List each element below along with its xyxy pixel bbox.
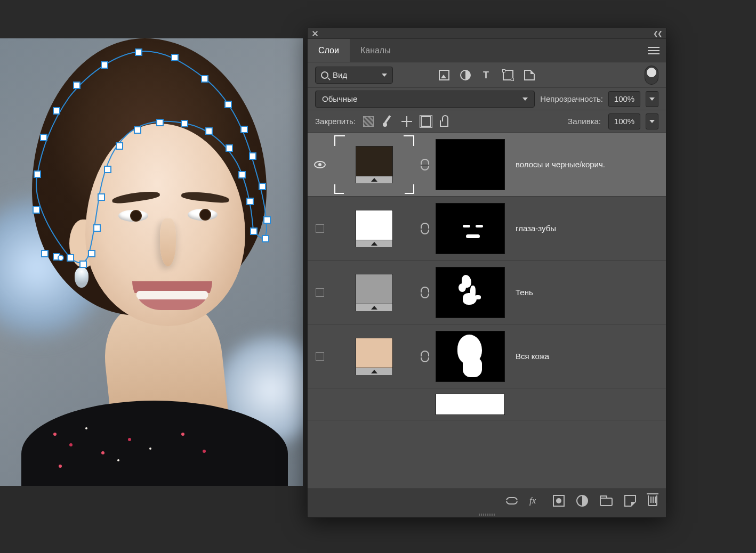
visibility-empty xyxy=(316,352,324,361)
filter-image-icon[interactable] xyxy=(439,70,449,80)
portrait-eye xyxy=(118,210,148,222)
tab-channels[interactable]: Каналы xyxy=(350,39,401,62)
filter-icons xyxy=(439,70,535,80)
adj-icon[interactable] xyxy=(576,495,588,507)
layer-row[interactable]: глаза-зубы xyxy=(308,197,666,261)
search-icon xyxy=(321,71,328,79)
adjustment-thumb xyxy=(356,274,393,311)
link-icon[interactable] xyxy=(421,287,429,298)
eye-icon xyxy=(314,161,326,168)
visibility-toggle[interactable] xyxy=(312,352,328,361)
adjustment-thumb xyxy=(356,210,393,247)
chevron-down-icon xyxy=(382,74,387,77)
layer-thumbnail[interactable] xyxy=(334,263,414,322)
visibility-toggle[interactable] xyxy=(312,288,328,297)
layer-mask-thumbnail[interactable] xyxy=(436,203,505,254)
blend-mode-label: Обычные xyxy=(322,94,357,103)
filter-select-label: Вид xyxy=(333,70,347,79)
lock-grid-icon[interactable] xyxy=(363,116,374,127)
portrait-eye xyxy=(188,209,218,221)
svg-rect-12 xyxy=(264,217,270,223)
adjustment-thumb xyxy=(356,146,393,183)
opacity-value: 100% xyxy=(614,94,634,103)
visibility-empty xyxy=(316,288,324,297)
lock-move-icon[interactable] xyxy=(401,116,412,127)
layer-mask-thumbnail[interactable] xyxy=(436,394,505,415)
fill-input[interactable]: 100% xyxy=(608,113,640,129)
link-icon[interactable] xyxy=(421,223,429,234)
maskadd-icon[interactable] xyxy=(553,495,565,507)
opacity-stepper[interactable] xyxy=(646,91,658,107)
layer-list[interactable]: волосы и черные/корич.глаза-зубыТеньВся … xyxy=(308,133,666,489)
filter-row: Вид xyxy=(308,62,666,88)
fill-value: 100% xyxy=(614,117,634,126)
opacity-label: Непрозрачность: xyxy=(540,94,603,103)
tab-layers[interactable]: Слои xyxy=(308,39,350,62)
link-icon[interactable] xyxy=(421,351,429,362)
adjustment-thumb xyxy=(356,338,393,375)
layer-name[interactable]: Вся кожа xyxy=(511,352,662,361)
blend-row: Обычные Непрозрачность: 100% xyxy=(308,88,666,110)
folder-icon[interactable] xyxy=(600,498,613,506)
layer-name[interactable]: волосы и черные/корич. xyxy=(511,160,662,169)
layers-panel: ❮❮ СлоиКаналы Вид Обычные Непрозрачность… xyxy=(307,28,666,518)
layer-thumbnail[interactable] xyxy=(334,135,414,194)
link-icon[interactable] xyxy=(421,159,429,170)
fill-stepper[interactable] xyxy=(646,113,658,129)
panel-menu-icon[interactable] xyxy=(648,39,660,62)
svg-rect-13 xyxy=(262,235,269,242)
fx-icon[interactable] xyxy=(529,495,541,507)
visibility-toggle[interactable] xyxy=(312,224,328,233)
filter-circle-icon[interactable] xyxy=(460,70,471,80)
close-icon[interactable] xyxy=(312,30,318,37)
chevron-down-icon xyxy=(522,97,528,101)
layer-name[interactable]: глаза-зубы xyxy=(511,224,662,233)
lock-row: Закрепить: Заливка: 100% xyxy=(308,110,666,133)
layer-row[interactable]: Вся кожа xyxy=(308,324,666,388)
resize-grip[interactable] xyxy=(308,512,666,517)
filter-toggle[interactable] xyxy=(645,66,658,85)
layer-thumbnail[interactable] xyxy=(334,199,414,258)
layer-row[interactable]: волосы и черные/корич. xyxy=(308,133,666,197)
layer-mask-thumbnail[interactable] xyxy=(436,331,505,382)
visibility-toggle[interactable] xyxy=(312,161,328,168)
panel-titlebar[interactable]: ❮❮ xyxy=(308,28,666,39)
layer-mask-thumbnail[interactable] xyxy=(436,139,505,190)
lock-lock-icon[interactable] xyxy=(440,120,448,127)
portrait-nose xyxy=(160,218,176,266)
filter-rect-icon[interactable] xyxy=(503,70,513,80)
portrait-earring xyxy=(75,267,89,288)
blend-mode-select[interactable]: Обычные xyxy=(315,91,535,108)
visibility-empty xyxy=(316,224,324,233)
link-icon[interactable] xyxy=(506,497,518,505)
opacity-input[interactable]: 100% xyxy=(608,91,640,107)
layer-mask-thumbnail[interactable] xyxy=(436,267,505,318)
layer-thumbnail[interactable] xyxy=(334,327,414,386)
fill-label: Заливка: xyxy=(568,117,601,126)
layer-row[interactable]: Тень xyxy=(308,261,666,324)
new-icon[interactable] xyxy=(624,495,636,507)
layer-name[interactable]: Тень xyxy=(511,288,662,297)
trash-icon[interactable] xyxy=(648,495,657,506)
lock-brush-icon[interactable] xyxy=(382,116,393,127)
panel-bottom-toolbar xyxy=(308,489,666,512)
tab-row: СлоиКаналы xyxy=(308,39,666,62)
layer-row[interactable] xyxy=(308,388,666,420)
lock-artboard-icon[interactable] xyxy=(421,116,431,127)
filter-T-icon[interactable] xyxy=(481,70,492,80)
lock-icons xyxy=(363,116,448,127)
collapse-icon[interactable]: ❮❮ xyxy=(653,30,662,37)
lock-label: Закрепить: xyxy=(315,117,356,126)
filter-page-icon[interactable] xyxy=(524,70,535,80)
layer-filter-select[interactable]: Вид xyxy=(315,67,393,84)
document-canvas[interactable] xyxy=(0,38,303,486)
